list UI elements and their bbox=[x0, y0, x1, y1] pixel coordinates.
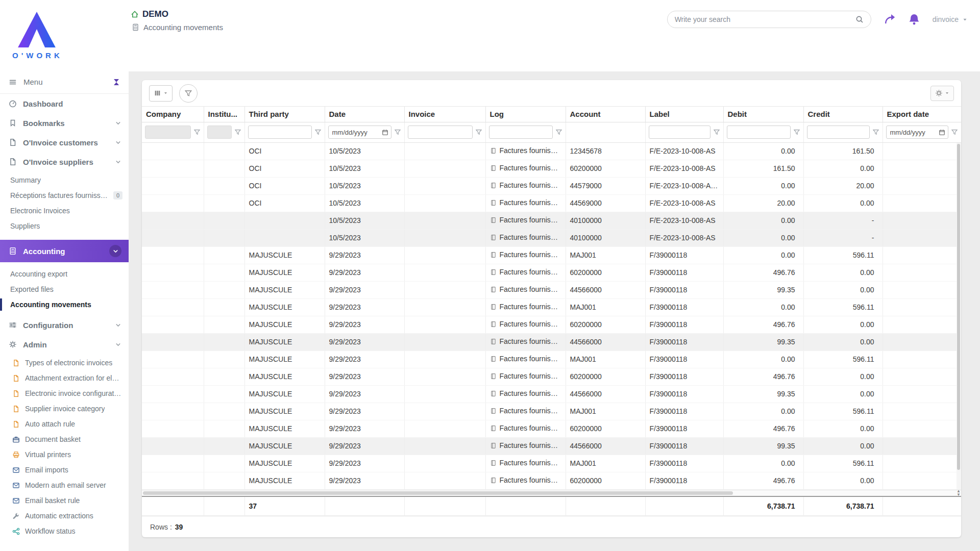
notifications-bell-icon[interactable] bbox=[908, 13, 920, 26]
table-row[interactable]: OCI10/5/2023Factures fournisseurs4456900… bbox=[142, 194, 961, 212]
column-header-third_party[interactable]: Third party bbox=[244, 107, 325, 122]
app-logo[interactable]: O'WORK bbox=[0, 0, 129, 70]
sidebar-subitem-electronic-invoices[interactable]: Electronic Invoices bbox=[0, 203, 129, 218]
column-header-account[interactable]: Account bbox=[566, 107, 645, 122]
sidebar-item-o-invoice-suppliers[interactable]: O'Invoice suppliers bbox=[0, 152, 129, 171]
table-row[interactable]: MAJUSCULE9/29/2023Factures fournisseursM… bbox=[142, 403, 961, 420]
chevron-down-icon bbox=[115, 341, 121, 348]
sidebar-subitem-email-imports[interactable]: Email imports bbox=[0, 462, 129, 478]
table-row[interactable]: 10/5/2023Factures fournisseurs40100000F/… bbox=[142, 212, 961, 229]
sidebar-subitem-attachment-extraction-for-electronic-invoices[interactable]: Attachment extraction for electronic inv… bbox=[0, 370, 129, 386]
search-icon[interactable] bbox=[855, 15, 864, 23]
date-filter-input[interactable] bbox=[331, 127, 382, 138]
filter-funnel-icon[interactable] bbox=[314, 129, 322, 136]
column-header-company[interactable]: Company bbox=[142, 107, 204, 122]
table-row[interactable]: MAJUSCULE9/29/2023Factures fournisseursM… bbox=[142, 350, 961, 368]
doc-icon bbox=[9, 138, 17, 146]
sidebar-subitem-summary[interactable]: Summary bbox=[0, 172, 129, 188]
label-filter-input[interactable] bbox=[649, 126, 710, 139]
sidebar-pin-icon[interactable] bbox=[112, 78, 120, 86]
sidebar-subitem-suppliers[interactable]: Suppliers bbox=[0, 218, 129, 234]
filter-funnel-icon[interactable] bbox=[193, 129, 201, 136]
column-header-log[interactable]: Log bbox=[485, 107, 566, 122]
calendar-icon[interactable] bbox=[382, 129, 388, 136]
table-row[interactable]: MAJUSCULE9/29/2023Factures fournisseurs4… bbox=[142, 437, 961, 455]
sidebar-subitem-virtual-printers[interactable]: Virtual printers bbox=[0, 447, 129, 462]
share-icon[interactable] bbox=[884, 13, 896, 26]
table-row[interactable]: MAJUSCULE9/29/2023Factures fournisseurs6… bbox=[142, 472, 961, 489]
sidebar-subitem-exported-files[interactable]: Exported files bbox=[0, 282, 129, 297]
calendar-icon[interactable] bbox=[939, 129, 945, 136]
scrollbar-thumb[interactable] bbox=[957, 144, 960, 470]
invoice-filter-input[interactable] bbox=[408, 126, 473, 139]
filter-funnel-icon[interactable] bbox=[555, 129, 562, 136]
table-row[interactable]: MAJUSCULE9/29/2023Factures fournisseurs6… bbox=[142, 420, 961, 437]
third_party-filter-input[interactable] bbox=[248, 126, 312, 139]
sidebar-subitem-automatic-extractions[interactable]: Automatic extractions bbox=[0, 508, 129, 523]
table-row[interactable]: OCI10/5/2023Factures fournisseurs4457900… bbox=[142, 177, 961, 194]
scrollbar-thumb[interactable] bbox=[143, 491, 733, 495]
table-row[interactable]: OCI10/5/2023Factures fournisseurs6020000… bbox=[142, 160, 961, 177]
home-icon[interactable] bbox=[131, 10, 139, 18]
filter-funnel-icon[interactable] bbox=[234, 129, 241, 136]
sidebar-item-o-invoice-customers[interactable]: O'Invoice customers bbox=[0, 133, 129, 152]
filter-funnel-icon[interactable] bbox=[394, 129, 401, 136]
sidebar-subitem-workflow-status[interactable]: Workflow status bbox=[0, 523, 129, 539]
sidebar-item-bookmarks[interactable]: Bookmarks bbox=[0, 113, 129, 133]
table-row[interactable]: OCI10/5/2023Factures fournisseurs1234567… bbox=[142, 142, 961, 160]
column-header-label[interactable]: Label bbox=[645, 107, 723, 122]
table-row[interactable]: MAJUSCULE9/29/2023Factures fournisseurs4… bbox=[142, 385, 961, 403]
hamburger-icon[interactable] bbox=[9, 78, 17, 86]
table-row[interactable]: 10/5/2023Factures fournisseurs40100000F/… bbox=[142, 229, 961, 246]
column-header-debit[interactable]: Debit bbox=[723, 107, 803, 122]
institution-filter-input[interactable] bbox=[207, 126, 232, 139]
credit-filter-input[interactable] bbox=[807, 126, 870, 139]
filter-funnel-icon[interactable] bbox=[793, 129, 800, 136]
grid-settings-button[interactable] bbox=[930, 86, 954, 101]
sidebar-subitem-types-of-electronic-invoices[interactable]: Types of electronic invoices bbox=[0, 355, 129, 370]
column-header-invoice[interactable]: Invoice bbox=[404, 107, 485, 122]
sidebar-subitem-r-ceptions-factures-fournisseurs[interactable]: Réceptions factures fournisseurs0 bbox=[0, 188, 129, 203]
table-row[interactable]: MAJUSCULE9/29/2023Factures fournisseurs6… bbox=[142, 368, 961, 385]
column-header-institution[interactable]: Institu... bbox=[204, 107, 244, 122]
sidebar-subitem-document-basket[interactable]: Document basket bbox=[0, 432, 129, 447]
journal-icon bbox=[490, 442, 497, 450]
table-row[interactable]: MAJUSCULE9/29/2023Factures fournisseurs4… bbox=[142, 281, 961, 298]
table-row[interactable]: MAJUSCULE9/29/2023Factures fournisseurs6… bbox=[142, 264, 961, 281]
sidebar-subitem-modern-auth-email-server[interactable]: Modern auth email server bbox=[0, 478, 129, 493]
table-row[interactable]: MAJUSCULE9/29/2023Factures fournisseursM… bbox=[142, 246, 961, 264]
company-filter-input[interactable] bbox=[145, 126, 191, 139]
filter-funnel-icon[interactable] bbox=[951, 129, 958, 136]
filter-funnel-icon[interactable] bbox=[475, 129, 482, 136]
main-column: DEMO Accounting movements dinvoice bbox=[129, 0, 980, 551]
scroll-arrows[interactable]: ▲▼ bbox=[957, 489, 961, 496]
horizontal-scrollbar[interactable]: ▲▼ bbox=[142, 490, 961, 496]
filter-funnel-icon[interactable] bbox=[713, 129, 720, 136]
table-row[interactable]: MAJUSCULE9/29/2023Factures fournisseurs4… bbox=[142, 333, 961, 350]
column-header-export_date[interactable]: Export date bbox=[883, 107, 961, 122]
vertical-scrollbar[interactable] bbox=[957, 143, 961, 490]
debit-filter-input[interactable] bbox=[727, 126, 791, 139]
sidebar-subitem-accounting-export[interactable]: Accounting export bbox=[0, 266, 129, 282]
table-row[interactable]: MAJUSCULE9/29/2023Factures fournisseursM… bbox=[142, 298, 961, 316]
sidebar-item-accounting[interactable]: Accounting bbox=[0, 240, 129, 262]
table-row[interactable]: MAJUSCULE9/29/2023Factures fournisseursM… bbox=[142, 455, 961, 472]
sidebar-subitem-auto-attach-rule[interactable]: Auto attach rule bbox=[0, 416, 129, 432]
sidebar-item-configuration[interactable]: Configuration bbox=[0, 315, 129, 335]
filter-funnel-icon[interactable] bbox=[872, 129, 879, 136]
sidebar-item-admin[interactable]: Admin bbox=[0, 335, 129, 354]
column-header-date[interactable]: Date bbox=[325, 107, 404, 122]
sidebar-subitem-supplier-invoice-category[interactable]: Supplier invoice category bbox=[0, 401, 129, 416]
filter-button[interactable] bbox=[179, 84, 198, 103]
search-input[interactable] bbox=[675, 15, 855, 23]
user-menu[interactable]: dinvoice bbox=[933, 15, 968, 23]
table-row[interactable]: MAJUSCULE9/29/2023Factures fournisseurs6… bbox=[142, 316, 961, 333]
column-header-credit[interactable]: Credit bbox=[803, 107, 883, 122]
sidebar-subitem-email-basket-rule[interactable]: Email basket rule bbox=[0, 493, 129, 508]
column-chooser-button[interactable] bbox=[149, 85, 173, 102]
log-filter-input[interactable] bbox=[489, 126, 553, 139]
export_date-filter-input[interactable] bbox=[889, 127, 939, 138]
sidebar-item-dashboard[interactable]: Dashboard bbox=[0, 94, 129, 113]
sidebar-subitem-accounting-movements[interactable]: Accounting movements bbox=[0, 297, 129, 312]
sidebar-subitem-electronic-invoice-configuration[interactable]: Electronic invoice configuration bbox=[0, 386, 129, 401]
